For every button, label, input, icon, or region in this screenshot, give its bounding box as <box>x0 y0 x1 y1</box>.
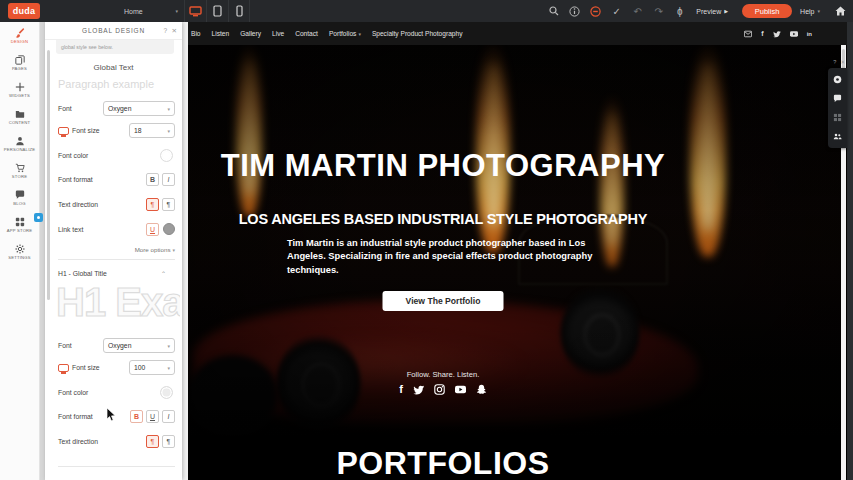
youtube-icon[interactable] <box>455 384 466 395</box>
font-format-label: Font format <box>58 176 93 183</box>
h1-ltr-direction-button[interactable]: ¶ <box>146 435 159 448</box>
h1-rtl-direction-button[interactable]: ¶ <box>162 435 175 448</box>
sidebar-item-personalize[interactable]: PERSONALIZE <box>0 130 39 157</box>
hero-description[interactable]: Tim Martin is an industrial style produc… <box>287 237 599 277</box>
help-icon[interactable]: ? <box>163 27 167 34</box>
pilcrow-icon: ¶ <box>151 438 155 445</box>
h1-font-color-row: Font color <box>58 385 175 399</box>
sidebar-item-widgets[interactable]: WIDGETS <box>0 76 39 103</box>
search-button[interactable] <box>543 0 564 22</box>
italic-button[interactable]: I <box>162 173 175 186</box>
twitter-icon[interactable] <box>773 30 781 38</box>
comments-button[interactable] <box>828 89 847 108</box>
preview-button[interactable]: Preview ▶ <box>696 8 728 15</box>
instagram-icon[interactable] <box>434 384 445 395</box>
sidebar-item-settings[interactable]: SETTINGS <box>0 238 39 265</box>
desktop-view-button[interactable] <box>184 0 206 22</box>
h1-font-size-select[interactable]: 100 ▾ <box>129 360 175 375</box>
desktop-icon <box>189 6 202 17</box>
home-icon <box>835 6 846 16</box>
theme-button[interactable] <box>585 0 606 22</box>
hero-title[interactable]: TIM MARTIN PHOTOGRAPHY <box>188 148 698 184</box>
info-button[interactable] <box>564 0 585 22</box>
sidebar-item-content[interactable]: CONTENT <box>0 103 39 130</box>
site-preview-canvas[interactable]: Bio Listen Gallery Live Contact Portfoli… <box>188 22 847 480</box>
close-icon[interactable]: ✕ <box>172 27 177 35</box>
h1-italic-button[interactable]: I <box>162 410 175 423</box>
global-text-heading: Global Text <box>45 63 182 72</box>
nav-link-portfolios[interactable]: Portfolios ▾ <box>329 30 361 37</box>
panel-scrollbar[interactable] <box>47 50 50 300</box>
dashboard-home-button[interactable] <box>830 0 851 22</box>
font-select[interactable]: Oxygen ▾ <box>103 101 175 116</box>
h1-underline-button[interactable]: U <box>146 410 159 423</box>
nav-link-specialty[interactable]: Specialty Product Photography <box>372 30 463 37</box>
save-check-button[interactable]: ✓ <box>606 0 627 22</box>
nav-link-listen[interactable]: Listen <box>212 30 230 37</box>
paragraph-sample: Paragraph example <box>58 78 154 90</box>
sidebar-item-design[interactable]: DESIGN <box>0 22 39 49</box>
snapchat-icon[interactable] <box>476 384 487 395</box>
chevron-down-icon: ▾ <box>817 8 820 14</box>
pages-icon <box>15 55 25 65</box>
panel-info-note-text: global style see below. <box>61 44 113 50</box>
underline-button[interactable]: U <box>146 223 159 236</box>
h1-sample-text: H1 Exa <box>56 280 180 332</box>
sidebar-item-pages[interactable]: PAGES <box>0 49 39 76</box>
font-color-row: Font color <box>58 148 175 162</box>
linkedin-icon[interactable]: in <box>807 31 812 37</box>
panel-title: GLOBAL DESIGN <box>82 27 145 34</box>
twitter-icon[interactable] <box>413 384 424 395</box>
bold-button[interactable]: B <box>146 173 159 186</box>
sections-button[interactable] <box>828 108 847 127</box>
panel-header: GLOBAL DESIGN ? ✕ <box>45 22 182 40</box>
rtl-direction-button[interactable]: ¶ <box>162 198 175 211</box>
h1-font-select[interactable]: Oxygen ▾ <box>103 338 175 353</box>
chevron-down-icon: ▾ <box>175 8 178 14</box>
email-icon[interactable] <box>744 30 752 38</box>
dev-mode-button[interactable]: ɸ <box>669 0 690 22</box>
nav-link-gallery[interactable]: Gallery <box>240 30 261 37</box>
sidebar-item-blog[interactable]: BLOG <box>0 184 39 211</box>
font-color-swatch[interactable] <box>160 149 173 162</box>
h1-font-color-swatch[interactable] <box>160 386 173 399</box>
mobile-view-button[interactable] <box>228 0 250 22</box>
chevron-down-icon: ▾ <box>167 365 170 371</box>
more-options-link[interactable]: More options ▾ <box>135 246 175 253</box>
page-selector-value: Home <box>124 8 143 15</box>
duda-logo[interactable]: duda <box>8 3 40 19</box>
ltr-direction-button[interactable]: ¶ <box>146 198 159 211</box>
h1-bold-button[interactable]: B <box>130 410 143 423</box>
team-button[interactable] <box>828 127 847 146</box>
sidebar-item-store[interactable]: STORE <box>0 157 39 184</box>
nav-link-contact[interactable]: Contact <box>295 30 318 37</box>
view-portfolio-button[interactable]: View The Portfolio <box>383 291 504 311</box>
assistant-button[interactable] <box>828 70 847 89</box>
font-size-select[interactable]: 18 ▾ <box>129 123 175 138</box>
sidebar-item-app-store[interactable]: APP STORE <box>0 211 39 238</box>
close-icon[interactable]: ✕ <box>840 59 845 65</box>
hero-section[interactable]: TIM MARTIN PHOTOGRAPHY LOS ANGELES BASED… <box>188 45 847 459</box>
font-format-label: Font format <box>58 413 93 420</box>
undo-button[interactable]: ↶ <box>627 0 648 22</box>
float-toolbar-header: ? ✕ <box>833 59 845 65</box>
h1-section-header[interactable]: H1 - Global Title ⌃ <box>58 267 175 279</box>
youtube-icon[interactable] <box>790 30 798 38</box>
help-menu[interactable]: Help ▾ <box>800 8 820 15</box>
page-selector[interactable]: Home ▾ <box>118 0 184 22</box>
publish-button[interactable]: Publish <box>742 4 792 18</box>
font-color-label: Font color <box>58 152 88 159</box>
facebook-icon[interactable]: f <box>399 383 403 395</box>
speech-bubble-icon <box>15 190 25 200</box>
redo-button[interactable]: ↷ <box>648 0 669 22</box>
nav-link-bio[interactable]: Bio <box>191 30 201 37</box>
tablet-view-button[interactable] <box>206 0 228 22</box>
sidebar-item-label: PERSONALIZE <box>4 147 36 152</box>
facebook-icon[interactable]: f <box>761 30 763 37</box>
font-size-row: Font size 18 ▾ <box>58 123 175 138</box>
link-color-swatch[interactable] <box>163 223 175 235</box>
nav-link-live[interactable]: Live <box>272 30 284 37</box>
hero-subtitle[interactable]: LOS ANGELES BASED INDUSTRIAL STYLE PHOTO… <box>188 211 698 227</box>
help-icon[interactable]: ? <box>833 59 836 65</box>
theme-circle-icon <box>590 6 601 17</box>
